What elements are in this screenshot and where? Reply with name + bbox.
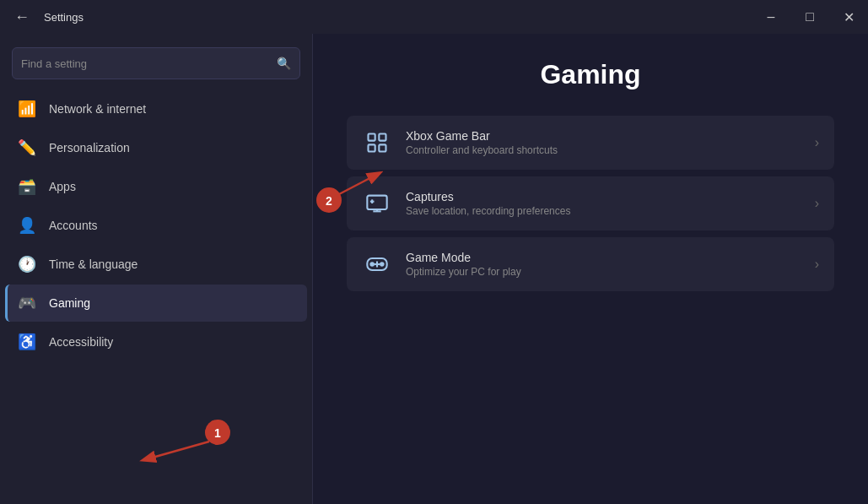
- game-mode-chevron: ›: [815, 257, 819, 272]
- captures-desc: Save location, recording preferences: [406, 205, 801, 217]
- svg-point-11: [380, 263, 384, 266]
- svg-rect-0: [369, 134, 375, 141]
- captures-name: Captures: [406, 190, 801, 203]
- sidebar-item-accounts[interactable]: 👤 Accounts: [5, 207, 307, 244]
- svg-rect-2: [369, 144, 375, 151]
- sidebar-item-label: Accounts: [49, 219, 98, 232]
- xbox-game-bar-chevron: ›: [815, 135, 819, 150]
- svg-point-10: [370, 263, 374, 266]
- captures-icon: [362, 188, 392, 219]
- xbox-game-bar-text: Xbox Game Bar Controller and keyboard sh…: [406, 129, 801, 156]
- minimize-button[interactable]: –: [752, 0, 790, 34]
- maximize-button[interactable]: □: [790, 0, 829, 34]
- captures-chevron: ›: [815, 196, 819, 211]
- sidebar-item-label: Apps: [49, 180, 76, 193]
- close-button[interactable]: ✕: [829, 0, 868, 34]
- sidebar-item-time[interactable]: 🕐 Time & language: [5, 246, 307, 283]
- apps-icon: 🗃️: [17, 176, 37, 197]
- game-mode-text: Game Mode Optimize your PC for play: [406, 251, 801, 278]
- settings-item-captures[interactable]: Captures Save location, recording prefer…: [347, 176, 834, 230]
- settings-item-xbox-game-bar[interactable]: Xbox Game Bar Controller and keyboard sh…: [347, 116, 834, 170]
- main-layout: 🔍 📶 Network & internet ✏️ Personalizatio…: [0, 34, 868, 504]
- time-icon: 🕐: [17, 254, 37, 274]
- sidebar-item-personalization[interactable]: ✏️ Personalization: [5, 129, 307, 166]
- personalization-icon: ✏️: [17, 138, 37, 158]
- sidebar-item-apps[interactable]: 🗃️ Apps: [5, 168, 307, 205]
- svg-rect-1: [379, 134, 385, 141]
- game-mode-icon: [362, 249, 392, 279]
- svg-rect-3: [379, 144, 385, 151]
- sidebar-item-label: Gaming: [49, 296, 90, 310]
- sidebar-item-network[interactable]: 📶 Network & internet: [5, 90, 307, 127]
- app-window: ← Settings – □ ✕ 🔍 📶 Network & internet …: [0, 0, 868, 504]
- search-input[interactable]: [21, 57, 273, 70]
- captures-text: Captures Save location, recording prefer…: [406, 190, 801, 217]
- sidebar-item-label: Network & internet: [49, 102, 146, 116]
- gaming-icon: 🎮: [17, 293, 37, 313]
- xbox-game-bar-desc: Controller and keyboard shortcuts: [406, 144, 801, 156]
- sidebar: 🔍 📶 Network & internet ✏️ Personalizatio…: [0, 34, 312, 504]
- settings-item-game-mode[interactable]: Game Mode Optimize your PC for play ›: [347, 237, 834, 291]
- accessibility-icon: ♿: [17, 332, 37, 352]
- title-bar-left: ← Settings: [10, 5, 84, 29]
- search-bar[interactable]: 🔍: [12, 47, 300, 79]
- page-title: Gaming: [347, 59, 834, 90]
- settings-list: Xbox Game Bar Controller and keyboard sh…: [347, 116, 834, 291]
- back-icon: ←: [14, 8, 30, 26]
- sidebar-item-gaming[interactable]: 🎮 Gaming: [5, 285, 307, 322]
- content-area: Gaming Xbox Game Bar Controller: [313, 34, 868, 504]
- back-button[interactable]: ←: [10, 5, 34, 29]
- xbox-game-bar-name: Xbox Game Bar: [406, 129, 801, 143]
- search-icon: 🔍: [277, 57, 291, 70]
- window-controls: – □ ✕: [752, 0, 868, 34]
- sidebar-item-accessibility[interactable]: ♿ Accessibility: [5, 323, 307, 360]
- title-bar: ← Settings – □ ✕: [0, 0, 868, 34]
- sidebar-item-label: Accessibility: [49, 335, 113, 349]
- network-icon: 📶: [17, 99, 37, 119]
- accounts-icon: 👤: [17, 215, 37, 236]
- game-mode-desc: Optimize your PC for play: [406, 266, 801, 278]
- svg-rect-4: [367, 196, 386, 209]
- app-title: Settings: [44, 11, 84, 24]
- sidebar-item-label: Time & language: [49, 257, 137, 271]
- game-mode-name: Game Mode: [406, 251, 801, 264]
- sidebar-item-label: Personalization: [49, 141, 130, 154]
- xbox-game-bar-icon: [362, 127, 392, 158]
